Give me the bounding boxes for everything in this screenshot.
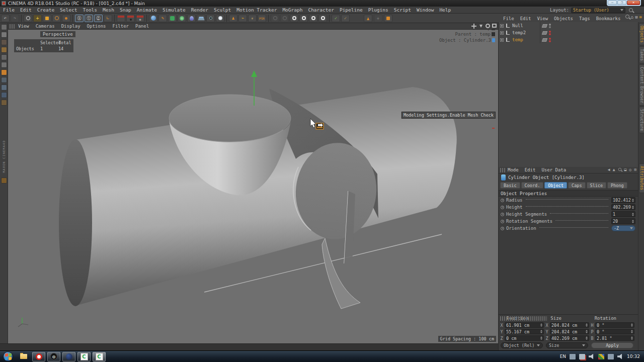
axis-mode-icon[interactable]: ✛ (374, 15, 382, 22)
close-button[interactable]: ✕ (627, 1, 640, 5)
joint-icon[interactable]: ⌁ (238, 15, 247, 22)
tab-coord[interactable]: Coord. (521, 182, 544, 189)
om-menu-objects[interactable]: Objects (554, 16, 573, 21)
language-indicator[interactable]: EN (560, 354, 566, 359)
tab-slice[interactable]: Slice (587, 182, 607, 189)
height-segments-input[interactable]: 1 (611, 211, 635, 217)
attr-search-icon[interactable] (618, 168, 621, 171)
action-center-icon[interactable] (579, 354, 585, 359)
menu-animate[interactable]: Animate (137, 7, 157, 13)
vp-menu-view[interactable]: View (18, 24, 29, 29)
spinner-icon[interactable] (632, 213, 634, 216)
ring-3-icon[interactable] (309, 15, 317, 22)
undo-icon[interactable]: ↶ (1, 15, 10, 22)
workplane-icon[interactable] (1, 47, 7, 53)
scale-icon[interactable] (43, 15, 51, 22)
render-settings-icon[interactable]: ⚙ (136, 15, 144, 22)
visibility-dot-bottom[interactable] (549, 33, 551, 35)
toggle-view-icon[interactable] (492, 24, 497, 28)
size-y-input[interactable]: 204.824 cm (550, 329, 589, 334)
perspective-viewport[interactable]: View Cameras Display Options Filter Pane… (8, 23, 498, 343)
cinema4d-taskbar-icon-1[interactable]: C (77, 352, 91, 361)
palette-extra-icon[interactable] (1, 177, 7, 184)
expand-icon[interactable] (500, 38, 504, 42)
sculpt-mask-icon[interactable]: ✓ (341, 15, 350, 22)
size-z-input[interactable]: 402.269 cm (550, 335, 589, 341)
model-mode-icon[interactable]: ♟ (364, 15, 372, 22)
tab-attributes[interactable]: Attributes (639, 163, 644, 193)
orientation-dropdown[interactable]: -Z (611, 225, 635, 231)
mograph-icon[interactable] (178, 15, 186, 22)
history-up-icon[interactable]: ▲ (613, 167, 615, 172)
edges-mode-icon[interactable] (1, 62, 7, 68)
character-icon[interactable]: ♟ (229, 15, 237, 22)
vp-menu-display[interactable]: Display (61, 24, 80, 29)
radius-input[interactable]: 102.412 (611, 197, 635, 203)
enable-axis-icon[interactable] (1, 77, 7, 83)
sculpt-brush-icon[interactable]: ✓ (332, 15, 340, 22)
menu-mograph[interactable]: MoGraph (282, 7, 302, 13)
ring-4-icon[interactable] (318, 15, 327, 22)
display-icon[interactable] (608, 354, 614, 359)
rotation-h-input[interactable]: 0 ° (595, 322, 634, 328)
om-add-icon[interactable]: ⊞ (635, 15, 637, 20)
deformer-icon[interactable] (187, 15, 196, 22)
minimize-button[interactable]: – (608, 1, 617, 5)
tab-content-browser[interactable]: Content Browser (639, 64, 644, 106)
vp-menu-filter[interactable]: Filter (113, 24, 129, 29)
search-icon[interactable] (629, 8, 633, 12)
texture-mode-icon[interactable] (384, 15, 392, 22)
ring-2-icon[interactable] (299, 15, 308, 22)
coord-mode-dropdown[interactable]: Object (Rel) (501, 342, 543, 348)
antivirus-icon[interactable] (598, 354, 604, 359)
drag-handle-icon[interactable] (500, 316, 547, 321)
rotate-icon[interactable] (52, 15, 61, 22)
size-x-input[interactable]: 204.824 cm (550, 322, 589, 328)
visibility-dot-bottom[interactable] (549, 26, 551, 28)
object-name[interactable]: Null (512, 23, 538, 28)
menu-mesh[interactable]: Mesh (103, 7, 114, 13)
visibility-dot-bottom[interactable] (549, 40, 551, 42)
coord-system-icon[interactable]: ∟ (104, 15, 112, 22)
blue-app-icon[interactable] (62, 352, 75, 361)
scene-canvas[interactable] (8, 23, 498, 343)
tab-caps[interactable]: Caps (568, 182, 585, 189)
menu-select[interactable]: Select (60, 7, 77, 13)
psr-icon[interactable]: PSR (258, 15, 266, 22)
sim-a-icon[interactable] (271, 15, 279, 22)
camera-icon[interactable] (206, 15, 215, 22)
apply-button[interactable]: Apply (591, 342, 633, 348)
om-search-icon[interactable] (625, 15, 629, 19)
tab-phong[interactable]: Phong (607, 182, 627, 189)
object-name[interactable]: temp2 (512, 30, 538, 35)
menu-sculpt[interactable]: Sculpt (214, 7, 231, 13)
layer-icon[interactable] (542, 24, 547, 28)
move-icon[interactable]: + (33, 15, 42, 22)
start-button[interactable] (3, 351, 13, 361)
environment-icon[interactable] (197, 15, 205, 22)
position-x-input[interactable]: 61.901 cm (505, 322, 544, 328)
object-row-temp[interactable]: temp (499, 36, 638, 43)
lock-icon[interactable]: ⬓ (624, 167, 627, 172)
y-lock-icon[interactable]: Ⓨ (85, 15, 93, 22)
menu-edit[interactable]: Edit (20, 7, 32, 13)
snap-enable-icon[interactable] (1, 92, 7, 98)
object-properties-header[interactable]: Object Properties (499, 190, 638, 197)
new-panel-icon[interactable]: ⊞ (634, 167, 636, 172)
tab-objects[interactable]: Objects (639, 23, 644, 45)
menu-motion-tracker[interactable]: Motion Tracker (236, 7, 277, 13)
file-explorer-icon[interactable] (17, 352, 30, 361)
om-menu-file[interactable]: File (503, 16, 514, 21)
object-row-null[interactable]: Null (499, 22, 638, 29)
network-icon[interactable] (570, 354, 576, 359)
object-name-selected[interactable]: temp (512, 37, 538, 42)
object-row-temp2[interactable]: temp2 (499, 29, 638, 36)
cinema4d-taskbar-icon-2[interactable]: C (93, 352, 106, 361)
pan-icon[interactable] (471, 24, 476, 29)
texture-mode-side-icon[interactable] (1, 39, 7, 45)
attr-menu-userdata[interactable]: User Data (541, 167, 566, 172)
menu-plugins[interactable]: Plugins (368, 7, 388, 13)
sim-b-icon[interactable] (280, 15, 289, 22)
menu-script[interactable]: Script (394, 7, 411, 13)
model-mode-side-icon[interactable] (1, 32, 7, 38)
